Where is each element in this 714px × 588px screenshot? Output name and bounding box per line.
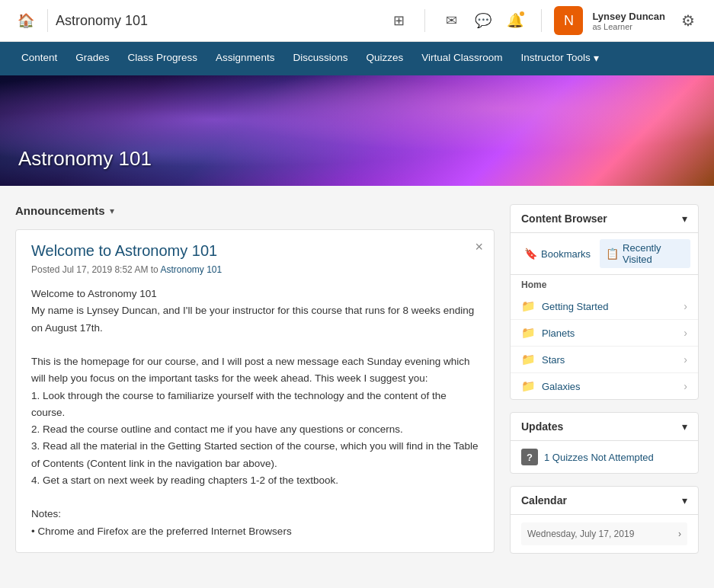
right-sidebar: Content Browser ▾ 🔖 Bookmarks 📋 Recently… xyxy=(510,204,699,554)
nav-item-instructor-tools[interactable]: Instructor Tools ▾ xyxy=(512,42,608,75)
announcements-section-header[interactable]: Announcements ▾ xyxy=(15,204,495,217)
content-browser-chevron-icon: ▾ xyxy=(682,213,687,225)
notification-wrapper: 🔔 xyxy=(501,7,529,34)
content-browser-tabs: 🔖 Bookmarks 📋 Recently Visited xyxy=(511,233,698,275)
nav-item-virtual-classroom[interactable]: Virtual Classroom xyxy=(412,42,511,75)
quiz-icon: ? xyxy=(521,449,538,465)
header-divider xyxy=(47,9,48,32)
home-button[interactable]: 🏠 xyxy=(12,7,40,34)
content-browser-header[interactable]: Content Browser ▾ xyxy=(511,205,698,233)
user-info: Lynsey Duncan as Learner xyxy=(592,11,665,31)
content-item-name-stars: Stars xyxy=(542,354,565,366)
recently-visited-tab-label: Recently Visited xyxy=(623,242,684,265)
updates-body: ? 1 Quizzes Not Attempted xyxy=(511,441,698,473)
announcement-body: Welcome to Astronomy 101 My name is Lyns… xyxy=(31,286,479,540)
content-browser-title: Content Browser xyxy=(521,213,607,225)
mail-button[interactable]: ✉ xyxy=(437,7,465,34)
top-header: 🏠 Astronomy 101 ⊞ ✉ 💬 🔔 N Lynsey Duncan … xyxy=(0,0,714,42)
nav-item-assignments[interactable]: Assignments xyxy=(207,42,283,75)
announcement-meta: Posted Jul 17, 2019 8:52 AM to Astronomy… xyxy=(31,264,479,275)
updates-chevron-icon: ▾ xyxy=(682,420,687,433)
apps-button[interactable]: ⊞ xyxy=(385,7,412,34)
bookmark-icon: 🔖 xyxy=(524,248,537,260)
chevron-right-icon-galaxies: › xyxy=(684,380,687,392)
calendar-date-text: Wednesday, July 17, 2019 xyxy=(527,529,634,539)
mail-icon: ✉ xyxy=(446,12,457,29)
nav-item-grades[interactable]: Grades xyxy=(66,42,118,75)
updates-header[interactable]: Updates ▾ xyxy=(511,413,698,441)
content-item-name-galaxies: Galaxies xyxy=(542,381,581,392)
calendar-header[interactable]: Calendar ▾ xyxy=(511,487,698,515)
chevron-right-icon-planets: › xyxy=(684,327,687,339)
announcement-close-button[interactable]: × xyxy=(475,239,483,255)
update-item-quizzes: ? 1 Quizzes Not Attempted xyxy=(521,449,687,465)
chevron-right-icon-getting-started: › xyxy=(684,300,687,312)
announcement-title: Welcome to Astronomy 101 xyxy=(31,242,479,260)
nav-item-class-progress[interactable]: Class Progress xyxy=(119,42,207,75)
dropdown-arrow-icon: ▾ xyxy=(594,52,599,64)
header-right: ⊞ ✉ 💬 🔔 N Lynsey Duncan as Learner ⚙ xyxy=(385,6,702,35)
announcements-header-title: Announcements xyxy=(15,204,105,217)
content-browser-card: Content Browser ▾ 🔖 Bookmarks 📋 Recently… xyxy=(510,204,699,400)
recently-visited-icon: 📋 xyxy=(606,248,619,260)
content-item-name-getting-started: Getting Started xyxy=(542,301,608,312)
nav-bar: Content Grades Class Progress Assignment… xyxy=(0,42,714,75)
tab-bookmarks[interactable]: 🔖 Bookmarks xyxy=(518,239,597,268)
avatar[interactable]: N xyxy=(554,6,583,35)
announcements-chevron-icon: ▾ xyxy=(110,206,114,216)
user-role: as Learner xyxy=(592,22,665,31)
content-item-planets[interactable]: 📁 Planets › xyxy=(511,320,698,347)
quiz-update-link[interactable]: 1 Quizzes Not Attempted xyxy=(544,452,654,463)
calendar-chevron-icon: ▾ xyxy=(682,494,687,507)
content-item-galaxies[interactable]: 📁 Galaxies › xyxy=(511,373,698,399)
folder-icon-stars: 📁 xyxy=(521,353,536,366)
nav-item-quizzes[interactable]: Quizzes xyxy=(357,42,412,75)
nav-item-discussions[interactable]: Discussions xyxy=(283,42,357,75)
calendar-body: Wednesday, July 17, 2019 › xyxy=(511,515,698,553)
content-item-stars[interactable]: 📁 Stars › xyxy=(511,347,698,373)
nav-item-content[interactable]: Content xyxy=(12,42,66,75)
updates-title: Updates xyxy=(521,420,563,433)
calendar-card: Calendar ▾ Wednesday, July 17, 2019 › xyxy=(510,486,699,554)
calendar-arrow-icon: › xyxy=(678,529,681,539)
divider2 xyxy=(424,9,425,32)
tab-recently-visited[interactable]: 📋 Recently Visited xyxy=(600,239,690,268)
main-content: Announcements ▾ × Welcome to Astronomy 1… xyxy=(0,186,714,572)
folder-icon-getting-started: 📁 xyxy=(521,299,536,313)
updates-card: Updates ▾ ? 1 Quizzes Not Attempted xyxy=(510,412,699,474)
apps-icon: ⊞ xyxy=(393,12,405,29)
content-item-name-planets: Planets xyxy=(542,328,575,339)
hero-title: Astronomy 101 xyxy=(18,147,152,171)
chat-button[interactable]: 💬 xyxy=(469,7,497,34)
calendar-title: Calendar xyxy=(521,494,567,507)
folder-icon-planets: 📁 xyxy=(521,326,536,340)
announcement-card: × Welcome to Astronomy 101 Posted Jul 17… xyxy=(15,229,495,553)
divider3 xyxy=(541,9,542,32)
user-name: Lynsey Duncan xyxy=(592,11,665,22)
home-icon: 🏠 xyxy=(18,12,34,29)
course-title-header: Astronomy 101 xyxy=(56,13,385,29)
content-item-getting-started[interactable]: 📁 Getting Started › xyxy=(511,293,698,320)
gear-icon: ⚙ xyxy=(681,11,695,30)
announcement-meta-link[interactable]: Astronomy 101 xyxy=(160,264,222,275)
settings-button[interactable]: ⚙ xyxy=(674,7,702,34)
chat-icon: 💬 xyxy=(475,12,491,29)
calendar-preview: Wednesday, July 17, 2019 › xyxy=(521,522,687,545)
folder-icon-galaxies: 📁 xyxy=(521,379,536,393)
avatar-letter: N xyxy=(564,13,574,29)
chevron-right-icon-stars: › xyxy=(684,353,687,366)
bookmarks-tab-label: Bookmarks xyxy=(541,248,591,260)
hero-banner: Astronomy 101 xyxy=(0,75,714,186)
left-column: Announcements ▾ × Welcome to Astronomy 1… xyxy=(15,204,495,554)
content-home-label: Home xyxy=(511,275,698,293)
